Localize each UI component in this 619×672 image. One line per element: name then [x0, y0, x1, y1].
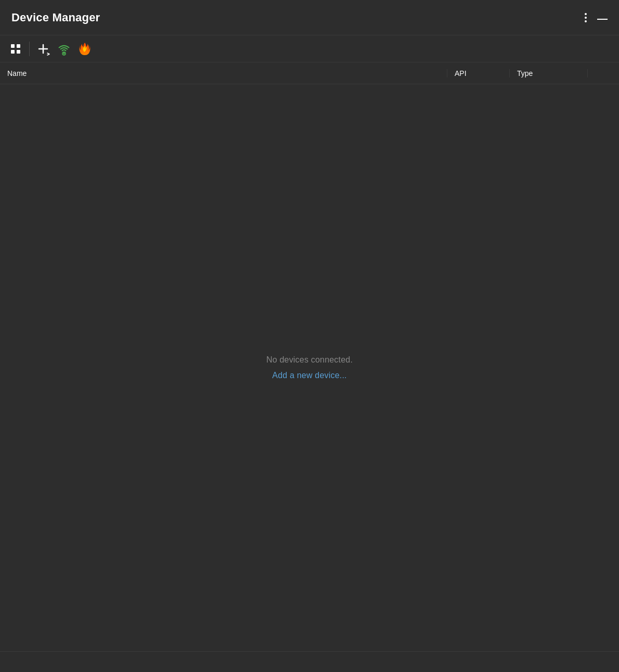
col-api-header: API — [447, 69, 510, 77]
empty-message: No devices connected. — [266, 355, 353, 365]
add-new-device-link[interactable]: Add a new device... — [272, 371, 346, 380]
title-bar: Device Manager — [0, 0, 619, 35]
wifi-device-button[interactable] — [55, 40, 73, 58]
app-title: Device Manager — [11, 11, 100, 24]
wifi-icon — [57, 42, 71, 56]
col-type-header: Type — [510, 69, 588, 77]
grid-view-button[interactable] — [6, 40, 25, 58]
svg-point-8 — [63, 53, 65, 54]
more-options-button[interactable] — [583, 11, 589, 24]
svg-rect-1 — [17, 44, 20, 48]
grid-icon — [10, 44, 21, 54]
svg-rect-2 — [11, 50, 15, 54]
main-content: No devices connected. Add a new device..… — [0, 84, 619, 651]
add-device-button[interactable] — [34, 40, 53, 58]
bottom-bar — [0, 651, 619, 672]
title-bar-right — [583, 11, 608, 24]
svg-rect-0 — [11, 44, 15, 48]
toolbar — [0, 35, 619, 62]
column-headers: Name API Type — [0, 62, 619, 84]
svg-rect-3 — [17, 50, 20, 54]
col-name-header: Name — [0, 69, 447, 77]
title-bar-left: Device Manager — [11, 11, 100, 24]
flame-icon — [79, 42, 91, 56]
add-arrow-icon — [46, 52, 50, 56]
minimize-button[interactable] — [597, 19, 608, 20]
flame-button[interactable] — [75, 40, 94, 58]
toolbar-divider — [29, 42, 30, 56]
